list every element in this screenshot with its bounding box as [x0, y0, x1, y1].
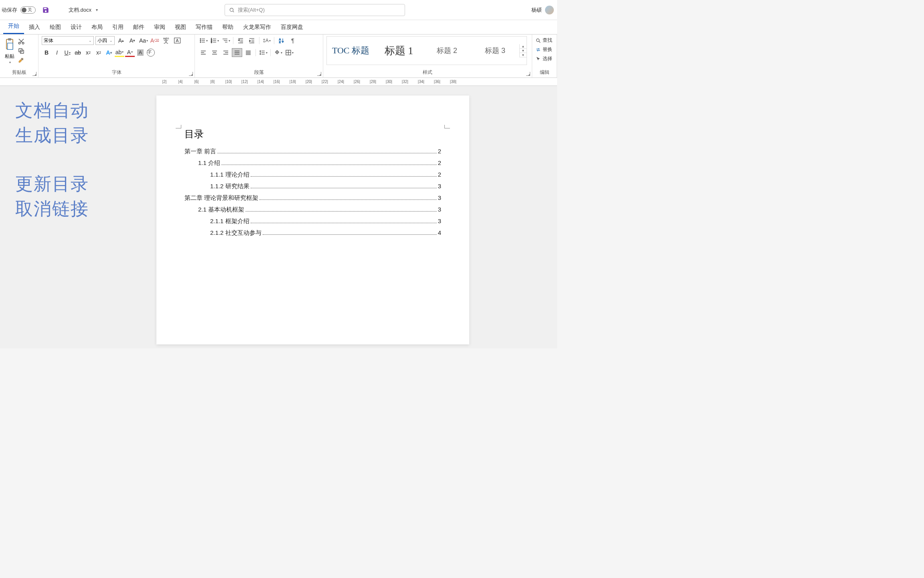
gallery-more-button[interactable]: ▾: [520, 53, 527, 57]
toc-entry[interactable]: 2.1 基本动机框架3: [184, 206, 441, 214]
toc-entry[interactable]: 1.1.1 理论介绍2: [184, 171, 441, 179]
document-page[interactable]: 目录 第一章 前言21.1 介绍21.1.1 理论介绍21.1.2 研究结果3第…: [156, 96, 469, 344]
style-heading1[interactable]: 标题 1: [375, 37, 423, 65]
align-distribute-button[interactable]: [243, 48, 253, 57]
toc-entry[interactable]: 2.1.2 社交互动参与4: [184, 229, 441, 237]
align-center-button[interactable]: [209, 48, 220, 57]
toc-entry[interactable]: 第一章 前言2: [184, 148, 441, 155]
style-heading3[interactable]: 标题 3: [471, 37, 519, 65]
toc-leader-dots: [251, 223, 437, 223]
align-justify-button[interactable]: [232, 48, 242, 57]
tab-布局[interactable]: 布局: [87, 20, 107, 34]
tab-设计[interactable]: 设计: [66, 20, 87, 34]
toc-leader-dots: [263, 234, 437, 235]
text-effects-button[interactable]: A▾: [104, 48, 114, 57]
toc-entry[interactable]: 2.1.1 框架介绍3: [184, 218, 441, 225]
toc-leader-dots: [217, 153, 436, 153]
cut-icon[interactable]: [18, 38, 25, 45]
bullets-button[interactable]: ▾: [198, 36, 209, 45]
bold-button[interactable]: B: [42, 48, 51, 57]
annotation-line: 文档自动: [15, 98, 140, 123]
title-bar: 动保存 关 文档.docx ▾ 搜索(Alt+Q) 杨硕: [0, 0, 557, 20]
toc-entry[interactable]: 1.1 介绍2: [184, 159, 441, 167]
search-box[interactable]: 搜索(Alt+Q): [225, 4, 405, 16]
font-launcher[interactable]: [189, 72, 193, 76]
toc-title[interactable]: 目录: [184, 128, 441, 140]
font-color-button[interactable]: A▾: [125, 48, 135, 57]
styles-launcher[interactable]: [526, 72, 530, 76]
subscript-button[interactable]: x2: [83, 48, 93, 57]
toc-leader-dots: [221, 165, 437, 165]
font-name-select[interactable]: 宋体⌄: [42, 36, 94, 45]
workspace: 文档自动 生成目录 更新目录 取消链接 目录 第一章 前言21.1 介绍21.1…: [0, 86, 557, 348]
paragraph-launcher[interactable]: [317, 72, 321, 76]
horizontal-ruler[interactable]: |2||4||6||8||10||12||14||16||18||20||22|…: [0, 78, 557, 86]
autosave-label: 动保存: [2, 6, 17, 14]
autosave-toggle[interactable]: 关: [20, 6, 36, 14]
toc-entry-text: 1.1.1 理论介绍: [210, 171, 249, 179]
clipboard-launcher[interactable]: [32, 72, 36, 76]
filename-label[interactable]: 文档.docx: [69, 6, 91, 14]
avatar[interactable]: [545, 6, 554, 14]
tab-视图[interactable]: 视图: [170, 20, 191, 34]
document-area[interactable]: 目录 第一章 前言21.1 介绍21.1.1 理论介绍21.1.2 研究结果3第…: [148, 86, 557, 348]
sort-button[interactable]: AZ: [276, 36, 287, 45]
shading-button[interactable]: ▾: [273, 48, 283, 57]
phonetic-guide-button[interactable]: wén文: [161, 36, 171, 45]
tab-帮助[interactable]: 帮助: [217, 20, 238, 34]
align-left-button[interactable]: [198, 48, 209, 57]
strikethrough-button[interactable]: ab: [73, 48, 83, 57]
asian-layout-button[interactable]: ‡A▾: [261, 36, 272, 45]
multilevel-button[interactable]: ▾: [221, 36, 231, 45]
svg-point-16: [200, 42, 201, 43]
tab-插入[interactable]: 插入: [24, 20, 45, 34]
borders-button[interactable]: ▾: [284, 48, 294, 57]
tab-审阅[interactable]: 审阅: [149, 20, 170, 34]
grow-font-button[interactable]: A▴: [116, 36, 126, 45]
char-shading-button[interactable]: A: [136, 48, 145, 57]
select-button[interactable]: 选择: [535, 55, 552, 62]
tab-引用[interactable]: 引用: [107, 20, 128, 34]
align-right-button[interactable]: [221, 48, 231, 57]
ribbon-tabs: 开始插入绘图设计布局引用邮件审阅视图写作猫帮助火龙果写作百度网盘: [0, 20, 557, 35]
paste-button[interactable]: 粘贴 ▾: [3, 36, 16, 64]
enclose-char-button[interactable]: 字: [146, 48, 156, 57]
show-marks-button[interactable]: ¶: [288, 36, 298, 45]
tab-邮件[interactable]: 邮件: [128, 20, 149, 34]
save-icon[interactable]: [42, 6, 49, 14]
underline-button[interactable]: U▾: [63, 48, 72, 57]
decrease-indent-button[interactable]: [235, 36, 246, 45]
toc-entry[interactable]: 1.1.2 研究结果3: [184, 183, 441, 190]
toc-entry[interactable]: 第二章 理论背景和研究框架3: [184, 194, 441, 202]
style-toc-heading[interactable]: TOC 标题: [327, 37, 375, 65]
style-heading2[interactable]: 标题 2: [423, 37, 471, 65]
tab-百度网盘[interactable]: 百度网盘: [276, 20, 308, 34]
shrink-font-button[interactable]: A▾: [128, 36, 137, 45]
gallery-down-button[interactable]: ▾: [520, 49, 527, 53]
line-spacing-button[interactable]: ▾: [258, 48, 268, 57]
char-border-button[interactable]: A: [172, 36, 182, 45]
tab-绘图[interactable]: 绘图: [45, 20, 66, 34]
replace-button[interactable]: 替换: [535, 46, 552, 53]
font-size-select[interactable]: 小四⌄: [95, 36, 115, 45]
highlight-button[interactable]: ab▾: [115, 48, 124, 57]
tab-开始[interactable]: 开始: [3, 19, 24, 34]
italic-button[interactable]: I: [52, 48, 62, 57]
toc-entries: 第一章 前言21.1 介绍21.1.1 理论介绍21.1.2 研究结果3第二章 …: [184, 148, 441, 237]
gallery-up-button[interactable]: ▴: [520, 44, 527, 49]
numbering-button[interactable]: 123▾: [209, 36, 220, 45]
copy-icon[interactable]: [18, 47, 25, 55]
tab-火龙果写作[interactable]: 火龙果写作: [238, 20, 276, 34]
toc-entry-page: 3: [438, 218, 441, 224]
ruler-mark: |34|: [413, 79, 429, 84]
find-button[interactable]: 查找: [535, 37, 552, 44]
filename-dropdown-icon[interactable]: ▾: [96, 8, 98, 12]
username-label[interactable]: 杨硕: [531, 6, 542, 14]
select-label: 选择: [543, 55, 552, 62]
change-case-button[interactable]: Aa▾: [139, 36, 148, 45]
increase-indent-button[interactable]: [247, 36, 257, 45]
superscript-button[interactable]: x2: [94, 48, 103, 57]
format-painter-icon[interactable]: [18, 57, 25, 64]
clear-format-button[interactable]: A⌫: [150, 36, 160, 45]
tab-写作猫[interactable]: 写作猫: [191, 20, 217, 34]
